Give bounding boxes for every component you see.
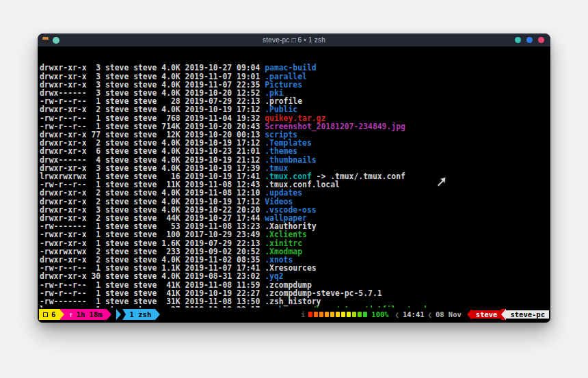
uptime-indicator: ↑1h 18m xyxy=(64,309,106,320)
battery-cell xyxy=(352,312,356,317)
titlebar[interactable]: steve-pc □ 6 • 1 zsh xyxy=(38,33,550,46)
uptime-arrow-icon: ↑ xyxy=(68,310,72,319)
statusbar-clock: 14:41 xyxy=(403,310,425,319)
file-list: drwxr-xr-x 3 steve steve 4.0K 2019-10-27… xyxy=(40,64,549,308)
mouse-cursor-icon xyxy=(436,176,448,188)
file-row: lrwxrwxrwx 1 steve steve 27 2019-10-19 2… xyxy=(40,306,549,308)
chevron-left-icon: ❮ xyxy=(425,310,436,319)
maximize-button[interactable] xyxy=(526,37,533,43)
window-title: steve-pc □ 6 • 1 zsh xyxy=(38,36,550,44)
symlink-target: /home/steve/dotfiles/.zshrc xyxy=(312,305,438,308)
battery-cell xyxy=(336,312,340,317)
battery-cell xyxy=(308,312,312,317)
powerline-arrow-icon xyxy=(116,309,121,320)
titlebar-left xyxy=(42,33,59,46)
window-controls xyxy=(515,33,544,46)
window-menu-icon[interactable] xyxy=(53,37,59,44)
battery-percent: 100% xyxy=(371,310,388,319)
powerline-arrow-icon xyxy=(501,309,506,320)
statusbar-date: 08 Nov xyxy=(436,310,462,319)
file-name: .zshrc xyxy=(265,305,293,308)
powerline-arrow-icon xyxy=(107,309,111,320)
battery-cell xyxy=(358,312,362,317)
tmux-window-tab[interactable]: 1 zsh xyxy=(122,309,156,320)
hostname: steve-pc xyxy=(510,310,545,319)
window-tab-label: 1 zsh xyxy=(130,310,152,319)
battery-cell xyxy=(325,312,329,317)
symlink-target: .tmux/.tmux.conf xyxy=(330,172,405,181)
battery-state-indicator: i xyxy=(301,310,308,319)
user-indicator: steve xyxy=(472,310,502,319)
session-index: 6 xyxy=(51,310,55,319)
battery-cell xyxy=(314,312,318,317)
close-button[interactable] xyxy=(538,37,544,43)
uptime-value: 1h 18m xyxy=(77,310,103,319)
battery-cell xyxy=(319,312,323,317)
minimize-button[interactable] xyxy=(515,37,521,43)
terminal-output[interactable]: drwxr-xr-x 3 steve steve 4.0K 2019-10-27… xyxy=(40,47,549,308)
powerline-arrow-icon xyxy=(467,309,472,320)
powerline-arrow-icon xyxy=(59,309,64,320)
statusbar-right: i 100% ❮ 14:41 ❮ 08 Nov steve steve-pc xyxy=(301,309,549,320)
tmux-statusbar: 6 ↑1h 18m 1 zsh i 100% ❮ 14:41 ❮ 08 Nov … xyxy=(39,309,549,320)
battery-cell xyxy=(347,312,351,317)
terminal-window: steve-pc □ 6 • 1 zsh drwxr-xr-x 3 steve … xyxy=(38,33,550,323)
session-square-icon xyxy=(43,312,48,317)
powerline-arrow-icon xyxy=(155,309,160,320)
battery-bar xyxy=(308,312,367,317)
session-indicator[interactable]: 6 xyxy=(39,309,59,320)
battery-cell xyxy=(330,312,334,317)
hostname-indicator: steve-pc xyxy=(506,310,549,319)
terminal-app-icon xyxy=(42,37,49,43)
battery-cell xyxy=(341,312,345,317)
chevron-left-icon: ❮ xyxy=(392,310,403,319)
battery-cell xyxy=(363,312,367,317)
username: steve xyxy=(476,310,498,319)
